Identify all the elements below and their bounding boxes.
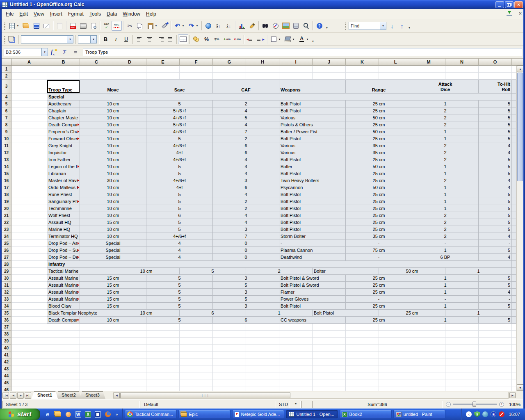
cell-A4[interactable] (11, 94, 47, 100)
scroll-down-arrow[interactable]: ▼ (517, 384, 523, 391)
cell-M30[interactable]: 1 (412, 275, 479, 282)
cell-A9[interactable] (11, 128, 47, 135)
cell-B30[interactable]: Assault Marine (47, 275, 80, 282)
cell-O27[interactable]: 4 (479, 254, 512, 261)
cell-F43[interactable] (180, 365, 213, 372)
start-button[interactable]: start (0, 409, 40, 420)
tab-sheet3[interactable]: Sheet3 (80, 391, 105, 399)
email-button[interactable] (41, 21, 52, 31)
cell-M42[interactable] (412, 358, 445, 365)
row-header-34[interactable]: 34 (2, 303, 11, 310)
cell-H2[interactable] (246, 73, 279, 80)
cell-K23[interactable]: 25 cm (346, 226, 412, 233)
cell-J39[interactable] (313, 338, 346, 345)
font-color-button[interactable]: A▼ (297, 34, 310, 44)
cell-B8[interactable]: Death Company (47, 121, 80, 128)
cell-B16[interactable]: Master of Rave (47, 177, 80, 184)
cell-K13[interactable]: 25 cm (346, 156, 412, 163)
cell-E34[interactable]: 5 (146, 303, 213, 310)
cell-O30[interactable]: 5 (479, 275, 512, 282)
cell-B43[interactable] (47, 365, 80, 372)
cell-B6[interactable]: Chaplain (47, 107, 80, 114)
find-next-button[interactable]: ↓ (387, 21, 397, 31)
cell-E7[interactable]: 4+/6+f (146, 114, 213, 121)
row-header-33[interactable]: 33 (2, 296, 11, 303)
cell-M33[interactable]: - (412, 296, 479, 303)
cell-L38[interactable] (379, 331, 412, 338)
menu-help[interactable]: Help (143, 10, 159, 18)
cell-C10[interactable]: 10 cm (80, 135, 146, 142)
cell-M19[interactable]: 1 (412, 198, 479, 205)
cell-H40[interactable] (246, 345, 279, 352)
cell-F35[interactable]: 6 (180, 310, 246, 317)
font-color-dropdown-arrow[interactable]: ▼ (306, 38, 309, 41)
horizontal-scrollbar-thumb[interactable]: ❘❘❘ (120, 392, 290, 398)
cell-B12[interactable]: Inquisitor (47, 149, 80, 156)
cell-I41[interactable] (279, 352, 313, 358)
cell-E5[interactable]: 5 (146, 100, 213, 107)
cell-K18[interactable]: 25 cm (346, 191, 412, 198)
cell-E43[interactable] (146, 365, 180, 372)
cell-O1[interactable] (479, 66, 512, 73)
cell-O19[interactable]: 5 (479, 198, 512, 205)
menu-data[interactable]: Data (104, 10, 120, 18)
cell-I8[interactable]: Pistols & Others (279, 121, 346, 128)
cell-A45[interactable] (11, 379, 47, 386)
font-name-combo-dropdown-arrow[interactable]: ▼ (67, 36, 73, 43)
blue-app-icon[interactable] (95, 411, 101, 418)
cell-H43[interactable] (246, 365, 279, 372)
cell-M23[interactable]: 2 (412, 226, 479, 233)
help-button[interactable]: ? (314, 21, 324, 31)
cell-E36[interactable]: 5 (146, 317, 213, 324)
taskbar-clock[interactable]: 16:07 (509, 412, 520, 417)
align-right-button[interactable] (155, 34, 165, 44)
percent-button[interactable]: % (201, 34, 212, 44)
cell-M11[interactable]: 2 (412, 142, 479, 149)
row-header-9[interactable]: 9 (2, 128, 11, 135)
cell-B11[interactable]: Grey Knight (47, 142, 80, 149)
cell-G22[interactable]: 4 (213, 219, 279, 226)
cell-E16[interactable]: 4+/6+f (146, 177, 213, 184)
cell-K42[interactable] (346, 358, 379, 365)
cell-C14[interactable]: 10 cm (80, 163, 146, 170)
cell-I11[interactable]: Various (279, 142, 346, 149)
cell-L46[interactable] (379, 386, 412, 391)
cell-C38[interactable] (80, 331, 113, 338)
page-preview-button[interactable] (88, 21, 98, 31)
menu-file[interactable]: File (3, 10, 16, 18)
cell-C44[interactable] (80, 372, 113, 379)
cell-G33[interactable]: 5 (213, 296, 279, 303)
cell-G21[interactable]: 4 (213, 212, 279, 219)
row-header-24[interactable]: 24 (2, 233, 11, 240)
cell-K12[interactable]: 35 cm (346, 149, 412, 156)
row-header-8[interactable]: 8 (2, 121, 11, 128)
tab-nav-last[interactable]: ▶❘ (25, 392, 31, 399)
cell-A28[interactable] (11, 261, 47, 268)
cell-I42[interactable] (279, 358, 313, 365)
cell-A34[interactable] (11, 303, 47, 310)
cell-C16[interactable]: 30 cm (80, 177, 146, 184)
cell-F45[interactable] (180, 379, 213, 386)
undo-button[interactable]: ↶▼ (172, 21, 186, 31)
cell-G37[interactable] (213, 324, 246, 331)
cell-K34[interactable]: 25 cm (346, 303, 412, 310)
cell-N29[interactable]: 1 (445, 268, 512, 275)
cell-L1[interactable] (379, 66, 412, 73)
cell-E14[interactable]: 5 (146, 163, 213, 170)
cell-N41[interactable] (445, 352, 479, 358)
cell-A40[interactable] (11, 345, 47, 352)
cell-J45[interactable] (313, 379, 346, 386)
restore-button[interactable] (505, 1, 514, 8)
cell-K16[interactable]: 25 cm (346, 177, 412, 184)
cell-O32[interactable]: 4 (479, 289, 512, 296)
cell-O20[interactable]: 5 (479, 205, 512, 212)
cell-O7[interactable]: 5 (479, 114, 512, 121)
cell-G20[interactable]: 2 (213, 205, 279, 212)
cell-D35[interactable]: 10 cm (113, 310, 180, 317)
italic-button[interactable]: I (111, 34, 121, 44)
zoom-button[interactable] (301, 21, 311, 31)
cell-B42[interactable] (47, 358, 80, 365)
menu-window[interactable]: Window (120, 10, 143, 18)
cell-G23[interactable]: 3 (213, 226, 279, 233)
borders-dropdown-arrow[interactable]: ▼ (278, 38, 281, 41)
